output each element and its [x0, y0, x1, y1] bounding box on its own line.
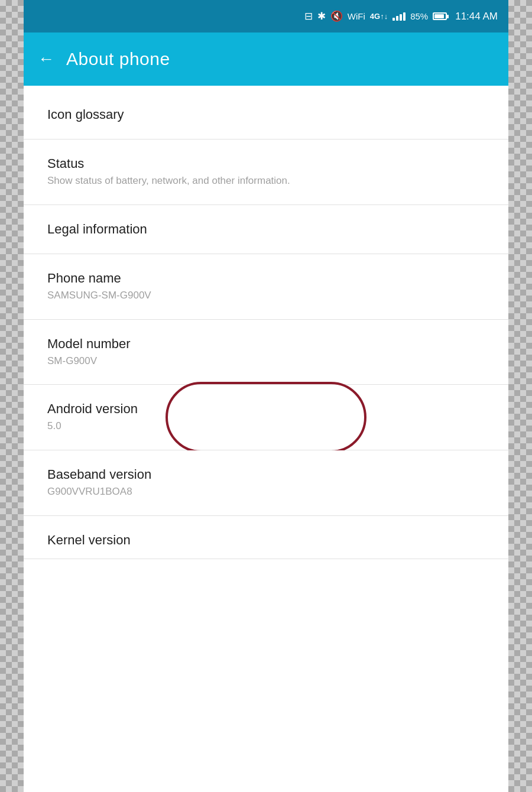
phone-name-item[interactable]: Phone name SAMSUNG-SM-G900V [24, 254, 508, 320]
icon-glossary-item[interactable]: Icon glossary [24, 90, 508, 139]
kernel-version-title: Kernel version [47, 533, 485, 548]
bluetooth-icon: ✱ [317, 10, 326, 22]
status-time: 11:44 AM [455, 11, 498, 22]
wifi-icon: WiFi [348, 11, 365, 21]
baseband-version-value: G900VVRU1BOA8 [47, 485, 485, 499]
battery-icon [433, 12, 447, 20]
status-item[interactable]: Status Show status of battery, network, … [24, 139, 508, 205]
signal-bars-icon [392, 12, 406, 21]
status-bar: ⊟ ✱ 🔇 WiFi 4G↑↓ 85% 11:44 AM [24, 0, 508, 33]
icon-glossary-title: Icon glossary [47, 107, 485, 122]
baseband-version-title: Baseband version [47, 467, 485, 482]
model-number-title: Model number [47, 336, 485, 352]
model-number-value: SM-G900V [47, 354, 485, 368]
network-icon: 4G↑↓ [370, 12, 388, 21]
legal-info-item[interactable]: Legal information [24, 205, 508, 254]
status-title: Status [47, 156, 485, 171]
phone-container: ⊟ ✱ 🔇 WiFi 4G↑↓ 85% 11:44 AM [24, 0, 508, 792]
legal-info-title: Legal information [47, 222, 485, 237]
android-version-value: 5.0 [47, 419, 485, 433]
status-subtitle: Show status of battery, network, and oth… [47, 174, 485, 188]
back-button[interactable]: ← [38, 50, 54, 69]
kernel-version-item[interactable]: Kernel version [24, 516, 508, 559]
settings-content: Icon glossary Status Show status of batt… [24, 90, 508, 559]
header-bar: ← About phone [24, 33, 508, 86]
status-icons: ⊟ ✱ 🔇 WiFi 4G↑↓ 85% 11:44 AM [304, 10, 498, 22]
baseband-version-item[interactable]: Baseband version G900VVRU1BOA8 [24, 450, 508, 516]
phone-name-value: SAMSUNG-SM-G900V [47, 288, 485, 303]
battery-percent: 85% [410, 11, 428, 21]
model-number-item[interactable]: Model number SM-G900V [24, 320, 508, 385]
circle-highlight [166, 382, 366, 453]
screen-icon: ⊟ [304, 10, 313, 22]
page-title: About phone [66, 49, 170, 69]
android-version-title: Android version [47, 401, 485, 417]
phone-name-title: Phone name [47, 271, 485, 286]
android-version-item[interactable]: Android version 5.0 [24, 385, 508, 450]
mute-icon: 🔇 [330, 10, 343, 22]
